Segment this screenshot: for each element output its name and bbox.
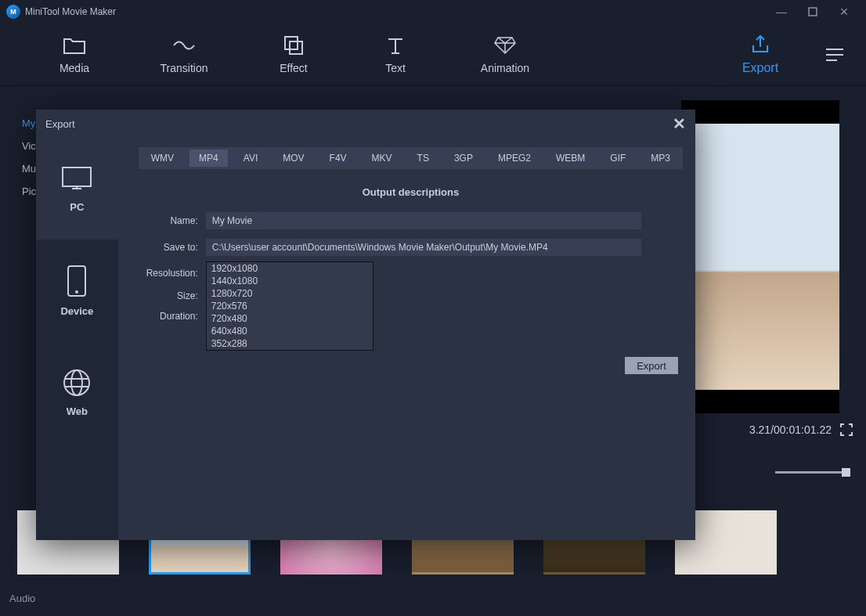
svg-rect-2	[290, 41, 302, 54]
format-tab-mp4[interactable]: MP4	[189, 149, 228, 167]
zoom-slider-handle[interactable]	[842, 468, 850, 477]
preview-frame	[681, 100, 839, 413]
preview-image	[681, 124, 839, 390]
size-label: Size:	[139, 290, 206, 301]
minimize-button[interactable]: —	[766, 0, 797, 23]
app-logo-icon: M	[6, 5, 20, 19]
resolution-option[interactable]: 720x480	[207, 312, 373, 325]
zoom-slider[interactable]	[775, 471, 850, 474]
resolution-option[interactable]: 352x288	[207, 337, 373, 350]
resolution-option[interactable]: 1920x1080	[207, 262, 373, 275]
duration-label: Duration:	[139, 311, 206, 322]
format-tab-f4v[interactable]: F4V	[320, 149, 356, 167]
export-button[interactable]: Export	[625, 357, 678, 374]
sidelabel-2[interactable]: Mu	[22, 163, 36, 175]
resolution-dropdown: 1920x1080 1440x1080 1280x720 720x576 720…	[206, 261, 373, 351]
sidelabel-1[interactable]: Vic	[22, 140, 36, 152]
toolbar-export[interactable]: Export	[717, 34, 803, 75]
export-target-web[interactable]: Web	[36, 341, 118, 443]
format-tab-webm[interactable]: WEBM	[547, 149, 594, 167]
svg-point-7	[71, 370, 82, 395]
titlebar: M MiniTool Movie Maker — ×	[0, 0, 866, 23]
fullscreen-icon[interactable]	[839, 423, 853, 437]
svg-point-5	[75, 290, 78, 294]
toolbar-text-label: Text	[385, 62, 406, 74]
export-target-web-label: Web	[67, 405, 88, 417]
preview-controls: 3.21/00:01:01.22	[681, 423, 853, 437]
globe-icon	[62, 368, 92, 398]
export-modal: Export ✕ PC Device Web	[36, 110, 695, 540]
diamond-icon	[493, 35, 517, 56]
format-tab-avi[interactable]: AVI	[234, 149, 267, 167]
resolution-label: Resolustion:	[139, 268, 206, 279]
sidebar-labels: My Vic Mu Pic	[22, 117, 36, 197]
format-tabs: WMV MP4 AVI MOV F4V MKV TS 3GP MPEG2 WEB…	[139, 147, 683, 169]
toolbar-animation-label: Animation	[481, 62, 529, 74]
text-icon	[385, 35, 406, 56]
sidelabel-0[interactable]: My	[22, 117, 36, 129]
toolbar-effect-label: Effect	[280, 62, 308, 74]
svg-rect-1	[285, 37, 298, 49]
export-target-pc-label: PC	[70, 201, 84, 213]
monitor-icon	[60, 165, 93, 193]
saveto-label: Save to:	[139, 242, 206, 253]
svg-point-6	[64, 370, 89, 395]
name-input[interactable]	[206, 212, 641, 229]
format-tab-mpeg2[interactable]: MPEG2	[489, 149, 540, 167]
format-tab-3gp[interactable]: 3GP	[445, 149, 482, 167]
resolution-option[interactable]: 640x480	[207, 325, 373, 337]
sidelabel-3[interactable]: Pic	[22, 186, 36, 197]
export-target-pc[interactable]: PC	[36, 138, 118, 240]
export-target-device-label: Device	[60, 305, 93, 317]
toolbar-text[interactable]: Text	[345, 35, 446, 74]
toolbar-animation[interactable]: Animation	[446, 35, 564, 74]
folder-icon	[63, 35, 86, 56]
main-toolbar: Media Transition Effect Text Animation E…	[0, 23, 866, 86]
svg-rect-3	[63, 168, 91, 186]
format-tab-gif[interactable]: GIF	[601, 149, 635, 167]
saveto-input[interactable]	[206, 239, 641, 256]
export-icon	[750, 34, 770, 55]
phone-icon	[66, 265, 88, 297]
modal-header: Export ✕	[36, 110, 695, 138]
toolbar-effect[interactable]: Effect	[243, 35, 345, 74]
transition-icon	[172, 35, 196, 56]
resolution-option[interactable]: 720x576	[207, 300, 373, 312]
toolbar-transition-label: Transition	[161, 62, 208, 74]
export-target-device[interactable]: Device	[36, 240, 118, 341]
modal-main: WMV MP4 AVI MOV F4V MKV TS 3GP MPEG2 WEB…	[118, 138, 695, 540]
modal-title: Export	[45, 118, 673, 130]
format-tab-mkv[interactable]: MKV	[363, 149, 402, 167]
resolution-option[interactable]: 1280x720	[207, 287, 373, 300]
format-tab-mov[interactable]: MOV	[273, 149, 313, 167]
format-tab-wmv[interactable]: WMV	[142, 149, 183, 167]
modal-sidebar: PC Device Web	[36, 138, 118, 540]
svg-rect-0	[809, 8, 817, 16]
close-button[interactable]: ×	[828, 0, 860, 23]
preview-panel: 3.21/00:01:01.22	[681, 100, 853, 437]
app-title: MiniTool Movie Maker	[25, 6, 766, 17]
hamburger-menu-button[interactable]	[803, 47, 866, 63]
effect-icon	[283, 35, 304, 56]
toolbar-media[interactable]: Media	[23, 35, 125, 74]
toolbar-transition[interactable]: Transition	[125, 35, 243, 74]
resolution-option[interactable]: 1440x1080	[207, 275, 373, 287]
format-tab-mp3[interactable]: MP3	[641, 149, 680, 167]
preview-time: 3.21/00:01:01.22	[749, 423, 832, 436]
toolbar-media-label: Media	[60, 62, 89, 74]
name-label: Name:	[139, 215, 206, 226]
modal-close-button[interactable]: ✕	[673, 114, 686, 133]
audio-track-label: Audio	[9, 593, 35, 604]
toolbar-export-label: Export	[742, 61, 778, 75]
maximize-button[interactable]	[797, 0, 828, 23]
output-descriptions-heading: Output descriptions	[139, 186, 683, 198]
format-tab-ts[interactable]: TS	[408, 149, 438, 167]
